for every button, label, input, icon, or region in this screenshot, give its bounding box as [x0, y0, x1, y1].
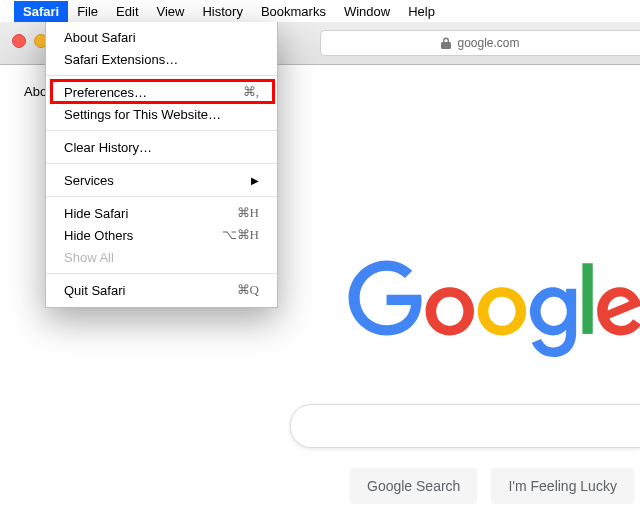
page-content: Google Search I'm Feeling Lucky	[290, 64, 640, 510]
menu-item-quit-safari[interactable]: Quit Safari ⌘Q	[46, 279, 277, 301]
google-search-button[interactable]: Google Search	[350, 468, 477, 504]
menu-item-settings-for-website[interactable]: Settings for This Website…	[46, 103, 277, 125]
address-bar[interactable]: google.com	[320, 30, 640, 56]
page-text-fragment: Abo	[24, 84, 47, 99]
menu-item-about-safari[interactable]: About Safari	[46, 26, 277, 48]
close-window-button[interactable]	[12, 34, 26, 48]
menu-view[interactable]: View	[148, 1, 194, 22]
menu-item-hide-others[interactable]: Hide Others ⌥⌘H	[46, 224, 277, 246]
menu-separator	[46, 273, 277, 274]
google-logo	[346, 260, 640, 360]
menu-file[interactable]: File	[68, 1, 107, 22]
menu-separator	[46, 163, 277, 164]
menubar: Safari File Edit View History Bookmarks …	[0, 0, 640, 22]
lock-icon	[441, 37, 451, 49]
feeling-lucky-button[interactable]: I'm Feeling Lucky	[491, 468, 634, 504]
address-text: google.com	[457, 36, 519, 50]
menu-item-services[interactable]: Services ▶	[46, 169, 277, 191]
menu-edit[interactable]: Edit	[107, 1, 147, 22]
submenu-arrow-icon: ▶	[251, 175, 259, 186]
menu-separator	[46, 75, 277, 76]
menu-item-safari-extensions[interactable]: Safari Extensions…	[46, 48, 277, 70]
menu-item-hide-safari[interactable]: Hide Safari ⌘H	[46, 202, 277, 224]
menu-window[interactable]: Window	[335, 1, 399, 22]
menu-item-clear-history[interactable]: Clear History…	[46, 136, 277, 158]
menu-item-preferences[interactable]: Preferences… ⌘,	[46, 81, 277, 103]
menu-separator	[46, 196, 277, 197]
menu-safari[interactable]: Safari	[14, 1, 68, 22]
menu-separator	[46, 130, 277, 131]
menu-history[interactable]: History	[193, 1, 251, 22]
menu-help[interactable]: Help	[399, 1, 444, 22]
safari-menu-dropdown: About Safari Safari Extensions… Preferen…	[45, 22, 278, 308]
google-search-input[interactable]	[290, 404, 640, 448]
menu-item-show-all: Show All	[46, 246, 277, 268]
menu-bookmarks[interactable]: Bookmarks	[252, 1, 335, 22]
google-search-box-wrap	[290, 404, 640, 446]
